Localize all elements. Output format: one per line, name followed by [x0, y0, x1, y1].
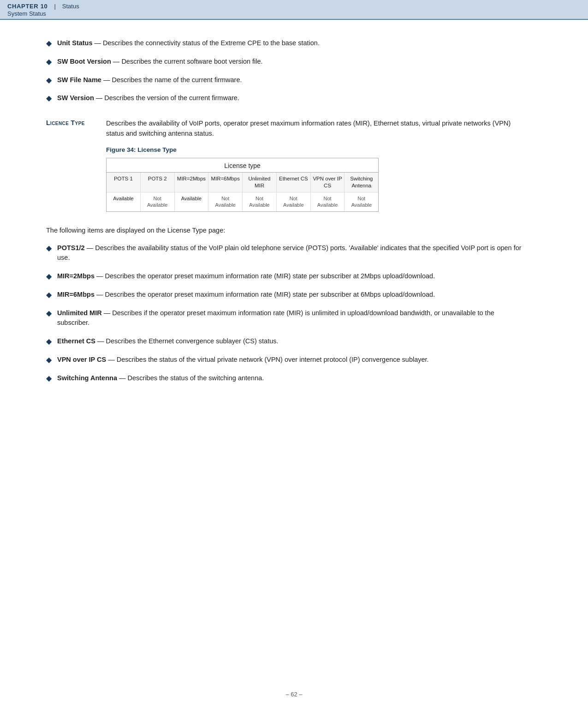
- page-footer: – 62 –: [0, 691, 588, 698]
- bullet-diamond: ◆: [46, 290, 52, 299]
- not-available-text: NotAvailable: [215, 196, 236, 208]
- bullet-diamond: ◆: [46, 272, 52, 281]
- bottom-bullet-item: ◆ MIR=2Mbps — Describes the operator pre…: [46, 271, 526, 282]
- header-separator: |: [54, 3, 55, 10]
- license-col-value: NotAvailable: [141, 192, 175, 211]
- license-col-value: NotAvailable: [344, 192, 378, 211]
- license-cols-row: POTS 1POTS 2MIR=2MbpsMIR=6MbpsUnlimited …: [107, 173, 378, 192]
- license-values-row: AvailableNotAvailableAvailableNotAvailab…: [107, 192, 378, 211]
- licence-description: Describes the availability of VoIP ports…: [106, 118, 526, 139]
- bullet-diamond: ◆: [46, 337, 52, 346]
- bullet-text: POTS1/2 — Describes the availability sta…: [57, 243, 526, 264]
- license-col-value: Available: [107, 192, 141, 211]
- license-col-value: Available: [175, 192, 209, 211]
- license-col-header: MIR=6Mbps: [208, 173, 243, 192]
- bullet-text: MIR=2Mbps — Describes the operator prese…: [57, 271, 435, 282]
- top-bullet-item: ◆ SW File Name — Describes the name of t…: [46, 75, 526, 85]
- bottom-bullet-item: ◆ Switching Antenna — Describes the stat…: [46, 373, 526, 383]
- following-text: The following items are displayed on the…: [46, 227, 526, 234]
- bullet-text: Ethernet CS — Describes the Ethernet con…: [57, 336, 279, 347]
- bottom-bullet-item: ◆ Ethernet CS — Describes the Ethernet c…: [46, 336, 526, 347]
- license-col-value: NotAvailable: [277, 192, 311, 211]
- main-content: ◆ Unit Status — Describes the connectivi…: [0, 20, 553, 413]
- available-text: Available: [181, 196, 202, 201]
- page-header: Chapter 10 | Status System Status: [0, 0, 588, 20]
- header-subsection: System Status: [7, 10, 79, 17]
- bottom-bullet-item: ◆ Unlimited MIR — Describes if the opera…: [46, 308, 526, 329]
- license-col-header: MIR=2Mbps: [175, 173, 209, 192]
- top-bullet-item: ◆ SW Version — Describes the version of …: [46, 93, 526, 103]
- bullet-text: Unlimited MIR — Describes if the operato…: [57, 308, 526, 329]
- bullet-text: MIR=6Mbps — Describes the operator prese…: [57, 290, 435, 300]
- license-col-value: NotAvailable: [311, 192, 345, 211]
- bullet-diamond: ◆: [46, 355, 52, 364]
- bottom-bullets-section: ◆ POTS1/2 — Describes the availability s…: [46, 243, 526, 383]
- license-col-header: Unlimited MIR: [243, 173, 277, 192]
- available-text: Available: [113, 196, 133, 201]
- bullet-diamond: ◆: [46, 244, 52, 252]
- bullet-text: SW Boot Version — Describes the current …: [57, 57, 263, 67]
- license-table: License type POTS 1POTS 2MIR=2MbpsMIR=6M…: [106, 158, 379, 212]
- bullet-text: SW Version — Describes the version of th…: [57, 93, 239, 103]
- license-col-value: NotAvailable: [208, 192, 243, 211]
- figure-label: Figure 34: License Type: [106, 146, 526, 153]
- license-table-title: License type: [107, 158, 378, 173]
- bullet-text: VPN over IP CS — Describes the status of…: [57, 355, 429, 365]
- license-col-header: Switching Antenna: [344, 173, 378, 192]
- bullet-diamond: ◆: [46, 94, 52, 102]
- license-col-header: POTS 1: [107, 173, 141, 192]
- licence-section: Licence Type Describes the availability …: [46, 118, 526, 383]
- license-type-table-wrapper: License type POTS 1POTS 2MIR=2MbpsMIR=6M…: [106, 158, 526, 212]
- bottom-bullet-item: ◆ VPN over IP CS — Describes the status …: [46, 355, 526, 365]
- license-col-header: Ethernet CS: [277, 173, 311, 192]
- bullet-diamond: ◆: [46, 76, 52, 84]
- bullet-diamond: ◆: [46, 57, 52, 66]
- header-section: Status: [62, 3, 79, 10]
- footer-text: – 62 –: [285, 691, 302, 698]
- bullet-text: SW File Name — Describes the name of the…: [57, 75, 242, 85]
- top-bullet-item: ◆ Unit Status — Describes the connectivi…: [46, 38, 526, 48]
- license-col-value: NotAvailable: [243, 192, 277, 211]
- bullet-text: Unit Status — Describes the connectivity…: [57, 38, 320, 48]
- bullet-diamond: ◆: [46, 39, 52, 48]
- bullet-text: Switching Antenna — Describes the status…: [57, 373, 264, 383]
- not-available-text: NotAvailable: [147, 196, 167, 208]
- license-col-header: POTS 2: [141, 173, 175, 192]
- top-bullet-item: ◆ SW Boot Version — Describes the curren…: [46, 57, 526, 67]
- chapter-label: Chapter 10: [7, 3, 48, 10]
- bottom-bullet-item: ◆ POTS1/2 — Describes the availability s…: [46, 243, 526, 264]
- not-available-text: NotAvailable: [317, 196, 338, 208]
- not-available-text: NotAvailable: [249, 196, 269, 208]
- bullet-diamond: ◆: [46, 374, 52, 383]
- license-col-header: VPN over IP CS: [311, 173, 345, 192]
- licence-type-label: Licence Type: [46, 118, 97, 126]
- bullet-diamond: ◆: [46, 309, 52, 318]
- not-available-text: NotAvailable: [351, 196, 372, 208]
- not-available-text: NotAvailable: [283, 196, 303, 208]
- bottom-bullet-item: ◆ MIR=6Mbps — Describes the operator pre…: [46, 290, 526, 300]
- top-bullets-section: ◆ Unit Status — Describes the connectivi…: [46, 38, 526, 103]
